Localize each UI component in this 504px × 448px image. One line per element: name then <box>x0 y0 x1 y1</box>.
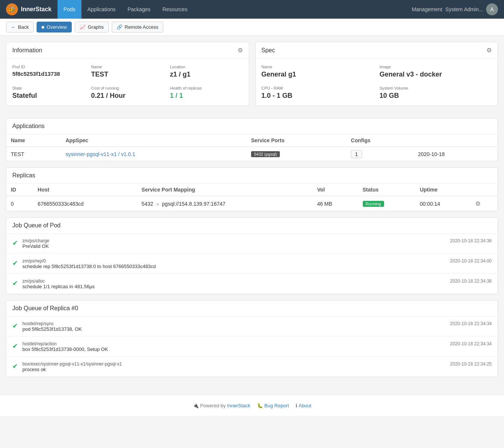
navbar: 🐝 InnerStack Pods Applications Packages … <box>0 0 504 19</box>
job-desc: pod 5f8c5253f1d13738, OK <box>22 326 446 332</box>
configs-badge[interactable]: 1 <box>351 150 362 158</box>
information-card: Information ⚙ Pod ID 5f8c5253f1d13738 Na… <box>6 42 249 106</box>
col-appspec: AppSpec <box>61 134 247 147</box>
applications-table-header-row: Name AppSpec Service Ports Configs <box>6 134 498 147</box>
job-time: 2020-10-18 22:34:34 <box>450 341 492 346</box>
job-time: 2020-10-18 22:34:36 <box>450 238 492 243</box>
nav-items: Pods Applications Packages Resources <box>58 0 412 19</box>
pod-id-value: 5f8c5253f1d13738 <box>12 71 85 77</box>
check-icon: ✔ <box>12 342 18 350</box>
toolbar: ← Back ■ Overview 📈 Graphs 🔗 Remote Acce… <box>0 19 504 36</box>
applications-table: Name AppSpec Service Ports Configs TEST … <box>6 134 498 161</box>
graphs-label: Graphs <box>88 24 104 30</box>
replicas-header-row: ID Host Service Port Mapping Vol Status … <box>6 184 498 196</box>
user-link[interactable]: System Admin... <box>445 6 483 12</box>
spec-name-item: Name General g1 <box>262 65 374 78</box>
information-title: Information <box>12 47 42 54</box>
avatar[interactable]: A <box>486 3 498 15</box>
job-path: hostlet/rep/sync <box>22 321 446 326</box>
pod-id-label: Pod ID <box>12 65 85 69</box>
back-button[interactable]: ← Back <box>6 22 34 32</box>
applications-table-container: Name AppSpec Service Ports Configs TEST … <box>6 134 498 161</box>
spec-grid-2: CPU - RAM 1.0 - 1 GB System Volume 10 GB <box>262 86 492 100</box>
job-time: 2020-10-18 22:34:36 <box>450 279 492 284</box>
spec-image-value: General v3 - docker <box>380 71 492 78</box>
overview-button[interactable]: ■ Overview <box>37 22 72 32</box>
app-date: 2020-10-18 <box>414 147 498 161</box>
state-item: State Stateful <box>12 86 85 100</box>
nav-item-pods[interactable]: Pods <box>58 0 81 19</box>
replica-uptime: 00:00:14 <box>415 196 471 211</box>
job-queue-replica-header: Job Queue of Replica #0 <box>6 301 498 317</box>
information-header: Information ⚙ <box>6 42 249 59</box>
check-icon: ✔ <box>12 259 18 267</box>
top-row: Information ⚙ Pod ID 5f8c5253f1d13738 Na… <box>6 42 498 112</box>
graphs-button[interactable]: 📈 Graphs <box>75 22 109 32</box>
management-link[interactable]: Management <box>412 6 442 12</box>
job-content: zm/ps/alloc schedule 1/1 replicas in 481… <box>22 279 446 289</box>
job-path: zm/ps/rep/0 <box>22 258 446 264</box>
replicas-table: ID Host Service Port Mapping Vol Status … <box>6 184 498 211</box>
col-date <box>414 134 498 147</box>
app-ports: 5432 (pgsql) <box>247 147 346 161</box>
spec-sysvol-value: 10 GB <box>380 92 492 100</box>
information-settings-button[interactable]: ⚙ <box>238 47 243 54</box>
brand[interactable]: 🐝 InnerStack <box>6 3 52 15</box>
remote-access-icon: 🔗 <box>117 24 123 30</box>
list-item: ✔ zm/ps/rep/0 schedule rep 5f8c5253f1d13… <box>6 254 498 274</box>
job-time: 2020-10-18 22:34:00 <box>450 258 492 264</box>
app-appspec: sysinner-pgsql-v11-x1 / v1.0.1 <box>61 147 247 161</box>
job-path: zm/ps/alloc <box>22 279 446 284</box>
list-item: ✔ zm/ps/charge PreValid OK 2020-10-18 22… <box>6 234 498 254</box>
col-name: Name <box>6 134 61 147</box>
spec-cpu-item: CPU - RAM 1.0 - 1 GB <box>262 86 374 100</box>
remote-access-button[interactable]: 🔗 Remote Access <box>112 22 163 32</box>
cost-value: 0.21 / Hour <box>91 92 164 100</box>
appspec-link[interactable]: sysinner-pgsql-v11-x1 / v1.0.1 <box>65 151 135 157</box>
check-icon: ✔ <box>12 279 18 287</box>
col-uptime: Uptime <box>415 184 471 196</box>
spec-name-value: General g1 <box>262 71 374 78</box>
job-path: hostlet/rep/action <box>22 341 446 346</box>
about-text: ℹ About <box>296 403 311 408</box>
job-queue-replica-card: Job Queue of Replica #0 ✔ hostlet/rep/sy… <box>6 300 498 377</box>
spec-cpu-value: 1.0 - 1 GB <box>262 92 374 100</box>
health-value: 1 / 1 <box>170 92 243 100</box>
check-icon: ✔ <box>12 322 18 330</box>
job-desc: schedule rep 5f8c5253f1d13738:0 to host … <box>22 264 446 269</box>
spec-body: Name General g1 Image General v3 - docke… <box>256 59 498 106</box>
job-desc: box 5f8c5253f1d13738-0000, Setup OK <box>22 346 446 352</box>
nav-item-resources[interactable]: Resources <box>157 0 194 19</box>
list-item: ✔ hostlet/rep/action box 5f8c5253f1d1373… <box>6 337 498 357</box>
arrow-icon: » <box>156 201 159 207</box>
job-queue-replica-list: ✔ hostlet/rep/sync pod 5f8c5253f1d13738,… <box>6 317 498 377</box>
app-name: TEST <box>6 147 61 161</box>
bug-report-link[interactable]: Bug Report <box>265 403 289 408</box>
plug-icon: 🔌 <box>193 403 199 408</box>
replicas-table-container: ID Host Service Port Mapping Vol Status … <box>6 184 498 211</box>
state-value: Stateful <box>12 92 85 100</box>
brand-name: InnerStack <box>21 6 52 13</box>
overview-label: Overview <box>47 24 67 30</box>
replica-settings-button[interactable]: ⚙ <box>475 200 480 207</box>
bug-report-text: 🐛 Bug Report <box>257 403 290 408</box>
bug-icon: 🐛 <box>257 403 263 408</box>
about-link[interactable]: About <box>299 403 311 408</box>
nav-item-applications[interactable]: Applications <box>81 0 122 19</box>
spec-settings-button[interactable]: ⚙ <box>486 47 492 54</box>
col-status: Status <box>358 184 415 196</box>
list-item: ✔ box/exec/sysinner-pgsql-v11-x1/sysinne… <box>6 357 498 377</box>
nav-item-packages[interactable]: Packages <box>121 0 156 19</box>
app-configs: 1 <box>346 147 413 161</box>
job-path: zm/ps/charge <box>22 238 446 243</box>
information-body: Pod ID 5f8c5253f1d13738 Name TEST Locati… <box>6 59 249 106</box>
job-desc: PreValid OK <box>22 243 446 249</box>
spec-title: Spec <box>262 47 275 54</box>
col-service-ports: Service Ports <box>247 134 346 147</box>
replica-id: 0 <box>6 196 33 211</box>
pod-id-item: Pod ID 5f8c5253f1d13738 <box>12 65 85 78</box>
innerstack-footer-link[interactable]: InnerStack <box>227 403 250 408</box>
job-content: zm/ps/charge PreValid OK <box>22 238 446 249</box>
nav-right: Management System Admin... A <box>412 3 498 15</box>
main-content: Information ⚙ Pod ID 5f8c5253f1d13738 Na… <box>0 36 504 389</box>
